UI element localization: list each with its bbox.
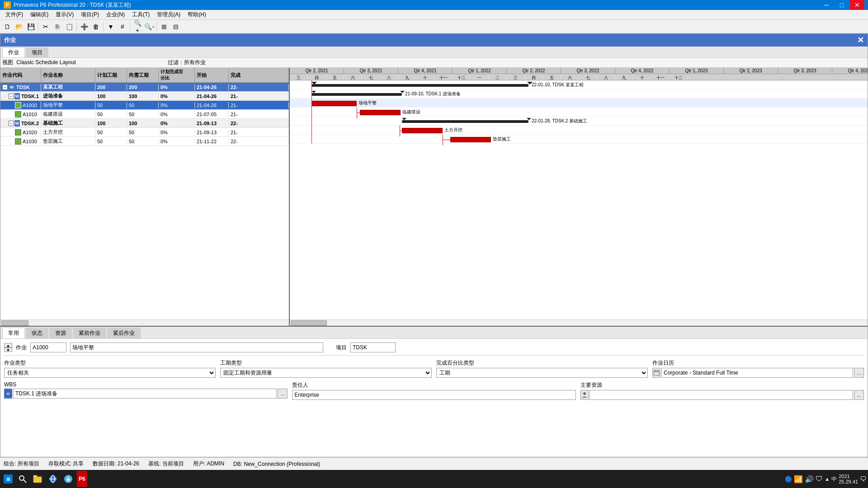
table-row[interactable]: - W TDSK 某某工程 200 200 0% 21-04-26 22- [0,83,289,92]
task-name-field[interactable] [70,343,323,352]
responsible-field[interactable] [292,390,576,400]
toolbar-zoom-out[interactable]: 🔍- [144,21,155,32]
tab-successors[interactable]: 紧后作业 [107,328,141,338]
col-header-finish[interactable]: 完成 [229,68,289,82]
tab-general[interactable]: 常用 [2,328,25,338]
close-button[interactable]: ✕ [850,0,864,10]
calendar-browse-btn[interactable]: … [854,368,864,378]
toolbar-paste[interactable]: 📋 [64,21,75,32]
wbs-field[interactable] [13,389,277,399]
duration-type-select[interactable]: 固定工期和资源用量 [220,368,432,378]
toolbar-add[interactable]: ➕ [79,21,90,32]
table-row[interactable]: A1010 临建搭设 50 50 0% 21-07-05 21- [0,110,289,119]
toolbar-open[interactable]: 📂 [14,21,24,32]
collapse-btn[interactable]: - [9,94,14,99]
toolbar-cut[interactable]: ✂ [40,21,51,32]
menu-help[interactable]: 帮助(H) [184,10,210,19]
cell-finish: 22- [229,138,289,145]
table-row[interactable]: A1000 场地平整 50 50 0% 21-04-26 21- [0,101,289,110]
gantt-body[interactable]: 22-01-10, TDSK 某某工程 21-09-10, TDSK.1 进场准… [290,80,868,319]
gantt-month: 四 [525,74,543,80]
window-close-icon[interactable]: ✕ [857,35,864,45]
svg-rect-3 [657,370,658,371]
col-header-pct[interactable]: 计划完成百分比 [159,68,195,82]
gantt-bar-a1020 [402,128,443,133]
cell-finish: 21- [229,111,289,117]
task-id-up[interactable]: ▲ [4,343,12,347]
toolbar-new[interactable]: 🗋 [2,21,13,32]
menu-project[interactable]: 项目(P) [77,10,103,19]
menu-file[interactable]: 文件(F) [2,10,27,19]
toolbar-collapse[interactable]: ⊟ [170,21,181,32]
bottom-form: ▲ ▼ 作业 项目 作业类型 [0,339,868,457]
task-id-down[interactable]: ▼ [4,347,12,352]
gantt-label-a1000: 场地平整 [359,100,377,106]
toolbar-columns[interactable]: # [117,21,128,32]
wbs-browse-btn[interactable]: … [278,389,288,399]
col-header-id[interactable]: 作业代码 [0,68,41,82]
responsible-group: 责任人 [292,381,576,400]
activity-window: 作业 ✕ 作业 项目 视图 Classic Schedule Layout 过滤… [0,33,868,457]
toolbar-save[interactable]: 💾 [25,21,36,32]
toolbar-zoom-in[interactable]: 🔍+ [132,21,143,32]
gantt-scrollbar[interactable] [290,319,868,326]
tab-status[interactable]: 状态 [26,328,48,338]
taskbar-ie[interactable] [46,471,60,487]
tab-activity[interactable]: 作业 [2,47,25,57]
cell-id: - W TDSK.2 [0,120,41,127]
gantt-row-a1010: 临建搭设 [290,108,868,117]
col-header-plan-dur[interactable]: 计划工期 [95,68,127,82]
calendar-field[interactable] [661,368,853,378]
menu-admin[interactable]: 管理员(A) [153,10,184,19]
taskbar-download[interactable] [61,471,75,487]
gantt-month: 五 [543,74,561,80]
maximize-button[interactable]: □ [835,0,849,10]
tab-project[interactable]: 项目 [26,47,48,57]
menu-view[interactable]: 显示(V) [52,10,77,19]
menu-edit[interactable]: 编辑(E) [27,10,52,19]
primary-resource-field[interactable] [590,390,853,400]
table-row[interactable]: A1020 土方开挖 50 50 0% 21-09-13 21- [0,128,289,137]
taskbar-explorer[interactable] [31,471,44,487]
gantt-row-a1030: 垫层施工 [290,135,868,144]
toolbar-expand[interactable]: ⊞ [159,21,170,32]
gantt-label-a1030: 垫层施工 [493,136,511,142]
cell-start: 21-04-26 [195,93,229,99]
primary-resource-browse-btn[interactable]: … [854,390,864,400]
gantt-bar-a1010 [360,110,401,115]
gantt-qtr-10: Qtr 3, 2023 [778,68,832,74]
taskbar-start-button[interactable]: ⊞ [2,471,14,487]
minimize-button[interactable]: ─ [819,0,834,10]
task-type-select[interactable]: 任务相关 [4,368,216,378]
toolbar-filter[interactable]: ▼ [105,21,116,32]
table-row[interactable]: A1030 垫层施工 50 50 0% 21-11-22 22- [0,137,289,146]
col-header-remain-dur[interactable]: 尚需工期 [127,68,159,82]
tab-predecessors[interactable]: 紧前作业 [73,328,106,338]
collapse-btn[interactable]: - [2,84,8,90]
menu-enterprise[interactable]: 企业(N) [103,10,128,19]
grid-scrollbar[interactable] [0,319,289,326]
collapse-btn[interactable]: - [9,121,14,126]
task-icon [15,129,21,136]
project-id-field[interactable] [350,343,396,352]
activity-title-bar: 作业 ✕ [0,34,868,47]
table-row[interactable]: - W TDSK.2 基础施工 100 100 0% 21-09-13 22- [0,119,289,128]
pct-type-select[interactable]: 工期 [436,368,648,378]
tab-resources[interactable]: 资源 [49,328,72,338]
col-header-start[interactable]: 开始 [195,68,229,82]
gantt-month: 十一 [651,74,670,80]
table-row[interactable]: - W TDSK.1 进场准备 100 100 0% 21-04-26 21- [0,92,289,101]
status-bar: 组合: 所有项目 存取模式: 共享 数据日期: 21-04-26 基线: 当前项… [0,457,868,470]
gantt-label-a1020: 土方开挖 [444,127,462,133]
toolbar-delete[interactable]: 🗑 [90,21,101,32]
taskbar-p6[interactable]: P6 [77,471,87,487]
gantt-bar-tdsk1 [311,93,402,96]
col-header-name[interactable]: 作业名称 [41,68,95,82]
toolbar-copy[interactable]: ⎘ [52,21,63,32]
menu-tools[interactable]: 工具(T) [128,10,153,19]
primary-resource-group: 主要资源 … [580,381,864,400]
calendar-icon [652,368,660,378]
task-id-field[interactable] [30,343,66,352]
taskbar-search[interactable] [16,471,29,487]
primary-resource-label: 主要资源 [580,381,864,389]
